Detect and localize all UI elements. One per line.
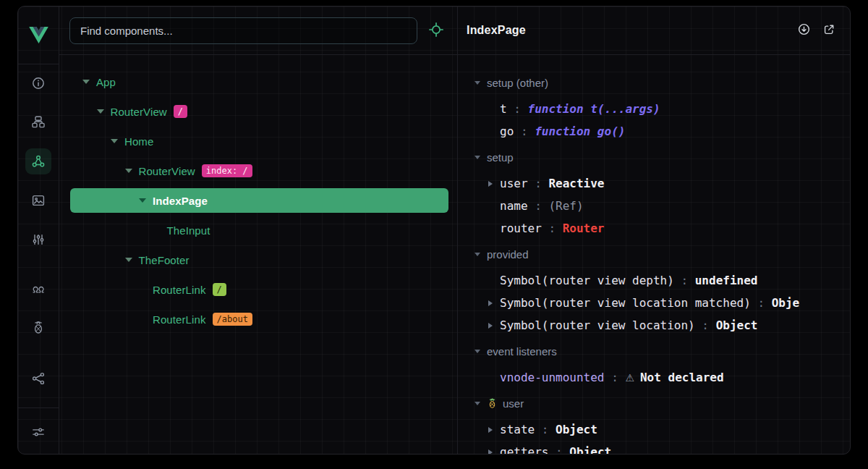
vue-devtools-window: AppRouterView/HomeRouterViewindex: /Inde… <box>17 6 851 455</box>
prop-getters[interactable]: getters : Object <box>458 441 850 454</box>
component-name: RouterView <box>111 106 167 118</box>
components-icon <box>31 154 46 169</box>
section-title: event listeners <box>487 345 557 358</box>
section-header-setup[interactable]: setup <box>458 146 850 169</box>
tree-item-thefooter[interactable]: TheFooter <box>70 248 448 272</box>
prop-value: (Ref) <box>548 199 583 213</box>
scroll-to-component-button[interactable] <box>797 22 811 38</box>
caret-down-icon <box>125 169 132 173</box>
external-link-icon <box>822 23 835 38</box>
prop-key: Symbol(router view location) <box>500 318 695 332</box>
prop-key: go <box>500 124 514 138</box>
assets-icon <box>31 193 46 208</box>
section-header-setup-other-[interactable]: setup (other) <box>458 72 850 94</box>
tree-item-app[interactable]: App <box>70 69 448 94</box>
sidebar-item-settings[interactable] <box>25 419 51 445</box>
collapse-caret-icon[interactable] <box>111 139 118 143</box>
section-title: setup (other) <box>487 77 548 89</box>
section-title: user <box>503 397 524 410</box>
caret-down-icon <box>97 109 104 114</box>
inspector-toolbar: IndexPage <box>458 7 850 55</box>
caret-down-icon <box>125 258 132 262</box>
section-title: setup <box>487 151 514 164</box>
prop-key: t <box>500 102 507 116</box>
prop-symbol-router-view-depth-: Symbol(router view depth) : undefined <box>458 269 850 292</box>
tree-item-home[interactable]: Home <box>70 129 448 153</box>
key-value-separator: : <box>528 177 549 190</box>
warning-icon: ⚠ <box>625 372 634 384</box>
search-input[interactable] <box>69 17 417 44</box>
collapse-caret-icon[interactable] <box>139 198 146 203</box>
tree-item-routerview[interactable]: RouterView/ <box>70 99 448 124</box>
prop-value: Not declared <box>640 371 724 384</box>
prop-symbol-router-view-location-matched-[interactable]: Symbol(router view location matched) : O… <box>458 292 850 314</box>
collapse-caret-icon[interactable] <box>125 258 132 262</box>
prop-vnode-unmounted: vnode-unmounted : ⚠Not declared <box>458 366 850 389</box>
component-tree-icon <box>31 115 46 130</box>
key-value-separator: : <box>507 102 528 116</box>
collapse-caret-icon[interactable] <box>82 80 90 84</box>
tree-item-indexpage[interactable]: IndexPage <box>70 188 448 213</box>
tree-item-routerview[interactable]: RouterViewindex: / <box>70 159 448 183</box>
sidebar-item-graph[interactable] <box>25 366 51 392</box>
section-header-user[interactable]: user <box>458 392 850 415</box>
caret-down-icon <box>111 139 118 143</box>
key-value-separator: : <box>605 371 626 384</box>
tree-item-routerlink[interactable]: RouterLink/about <box>70 307 448 331</box>
prop-router: router : Router <box>458 217 850 240</box>
component-name: Home <box>124 135 153 148</box>
route-badge: index: / <box>202 164 252 177</box>
prop-key: router <box>500 221 542 235</box>
key-value-separator: : <box>674 274 695 287</box>
prop-key: user <box>500 177 528 190</box>
prop-name: name : (Ref) <box>458 195 850 217</box>
caret-down-icon <box>139 198 146 203</box>
sidebar-item-timeline[interactable] <box>25 227 51 253</box>
expand-caret-icon[interactable] <box>488 300 500 306</box>
expand-caret-icon[interactable] <box>488 181 500 187</box>
prop-value: undefined <box>695 274 758 287</box>
prop-key: Symbol(router view depth) <box>500 274 674 287</box>
caret-right-icon <box>488 449 493 455</box>
settings-icon <box>31 425 46 439</box>
expand-caret-icon[interactable] <box>488 449 500 455</box>
sidebar-item-overview[interactable] <box>25 70 51 96</box>
prop-user[interactable]: user : Reactive <box>458 172 850 195</box>
prop-value: Router <box>563 221 605 235</box>
state-inspector: setup (other)t : function t(...args)go :… <box>458 55 850 454</box>
section-header-provided[interactable]: provided <box>458 243 850 266</box>
open-in-editor-button[interactable] <box>822 23 835 38</box>
section-header-event-listeners[interactable]: event listeners <box>458 340 850 363</box>
expand-caret-icon[interactable] <box>488 427 500 433</box>
collapse-caret-icon[interactable] <box>125 169 132 173</box>
info-icon <box>31 76 46 90</box>
prop-state[interactable]: state : Object <box>458 418 850 441</box>
prop-value: Object <box>569 445 611 454</box>
timeline-icon <box>31 232 46 247</box>
vue-logo-icon <box>29 27 48 43</box>
component-name: App <box>96 76 116 88</box>
component-name: TheFooter <box>139 254 190 266</box>
inspector-panel: IndexPage setup (other)t : function t(..… <box>458 7 850 454</box>
components-panel: AppRouterView/HomeRouterViewindex: /Inde… <box>59 7 458 454</box>
sidebar-item-vue-router[interactable] <box>25 276 51 302</box>
key-value-separator: : <box>695 318 716 332</box>
sidebar-item-components[interactable] <box>25 148 51 174</box>
omega-icon <box>31 282 46 296</box>
prop-symbol-router-view-location-[interactable]: Symbol(router view location) : Object <box>458 314 850 337</box>
inspect-component-button[interactable] <box>427 20 446 41</box>
expand-caret-icon[interactable] <box>488 323 500 329</box>
caret-right-icon <box>488 300 493 306</box>
collapse-caret-icon[interactable] <box>97 109 104 114</box>
component-tree: AppRouterView/HomeRouterViewindex: /Inde… <box>59 55 457 454</box>
component-name: RouterLink <box>153 313 206 326</box>
prop-key: state <box>500 423 535 436</box>
sidebar-item-pinia[interactable] <box>25 315 51 341</box>
tree-item-routerlink[interactable]: RouterLink/ <box>70 277 448 302</box>
sidebar-item-components-tree[interactable] <box>25 109 51 135</box>
tree-item-theinput[interactable]: TheInput <box>70 218 448 242</box>
sidebar-item-assets[interactable] <box>25 187 51 214</box>
graph-icon <box>31 371 46 386</box>
key-value-separator: : <box>542 221 563 235</box>
caret-down-icon <box>475 402 480 405</box>
